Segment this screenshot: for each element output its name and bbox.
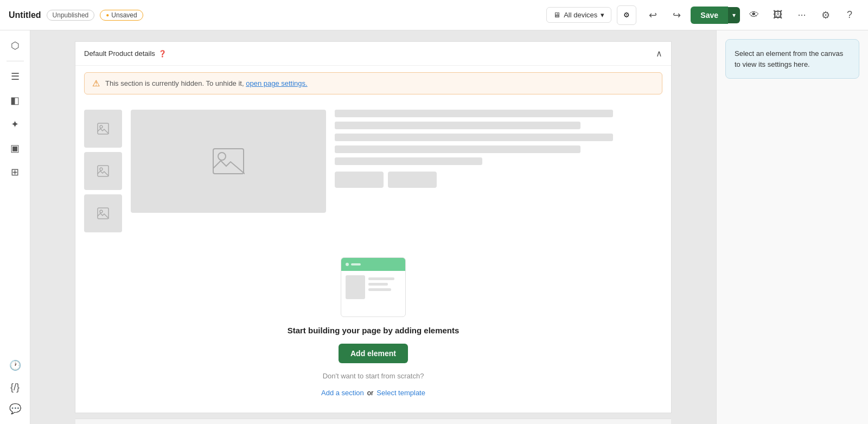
product-thumbnails xyxy=(84,110,122,232)
section-header: Default Product details ❓ ∧ xyxy=(75,42,671,66)
preview-button[interactable]: 👁 xyxy=(744,5,764,25)
thumbnail-2 xyxy=(84,152,122,190)
code-icon: {/} xyxy=(10,382,20,393)
detail-buttons xyxy=(335,172,662,188)
thumbnail-1 xyxy=(84,110,122,148)
image-button[interactable]: 🖼 xyxy=(768,5,788,25)
add-icon: ⊞ xyxy=(11,166,19,178)
card-line xyxy=(351,263,361,265)
svg-point-7 xyxy=(218,153,226,160)
sliders-icon: ⚙ xyxy=(623,11,630,19)
sidebar-item-chat[interactable]: 💬 xyxy=(4,398,26,420)
card-text-line-1 xyxy=(368,277,394,280)
sidebar-item-apps[interactable]: ▣ xyxy=(4,137,26,159)
chat-icon: 💬 xyxy=(9,403,21,415)
collapse-button[interactable]: ∧ xyxy=(656,48,662,59)
topbar-left: Untitled Unpublished Unsaved xyxy=(9,10,540,21)
help-icon: ? xyxy=(847,9,852,21)
redo-icon: ↪ xyxy=(673,9,681,21)
apps-icon: ▣ xyxy=(10,142,20,154)
sidebar-item-layers[interactable]: ◧ xyxy=(4,90,26,111)
canvas-area[interactable]: Default Product details ❓ ∧ ⚠ This secti… xyxy=(30,30,716,424)
save-group: Save ▾ xyxy=(691,7,740,24)
empty-state: Start building your page by adding eleme… xyxy=(75,241,671,419)
warning-icon: ⚠ xyxy=(92,78,100,88)
page-title: Untitled xyxy=(9,10,41,20)
detail-line-2 xyxy=(335,122,580,129)
settings-button[interactable]: ⚙ xyxy=(816,5,835,25)
history-icon: 🕐 xyxy=(9,359,21,371)
sidebar-bottom: 🕐 {/} 💬 xyxy=(4,355,26,420)
svg-point-1 xyxy=(100,125,103,128)
settings-tooltip: Select an element from the canvas to vie… xyxy=(725,39,859,79)
empty-state-illustration xyxy=(341,257,406,317)
svg-rect-6 xyxy=(213,149,244,174)
theme-icon: ✦ xyxy=(11,118,19,130)
eye-icon: 👁 xyxy=(749,9,759,21)
all-devices-button[interactable]: 🖥 All devices ▾ xyxy=(546,7,611,23)
filter-settings-button[interactable]: ⚙ xyxy=(617,5,636,25)
sidebar-item-history[interactable]: 🕐 xyxy=(4,355,26,376)
add-element-button[interactable]: Add element xyxy=(339,344,408,363)
open-page-settings-link[interactable]: open page settings. xyxy=(246,79,307,87)
card-text-line-3 xyxy=(368,288,391,291)
sidebar: ⬡ ☰ ◧ ✦ ▣ ⊞ 🕐 {/} 💬 xyxy=(0,30,30,424)
pages-icon: ☰ xyxy=(11,71,20,83)
select-template-link[interactable]: Select template xyxy=(376,389,425,397)
topbar-right: ↩ ↪ Save ▾ 👁 🖼 ··· ⚙ ? xyxy=(643,5,859,25)
card-body xyxy=(341,271,405,317)
chevron-down-icon: ▾ xyxy=(732,11,736,19)
card-header xyxy=(341,258,405,271)
card-dot-1 xyxy=(346,263,349,266)
save-dropdown-button[interactable]: ▾ xyxy=(728,7,740,23)
right-panel: Select an element from the canvas to vie… xyxy=(716,30,868,424)
chevron-up-icon: ∧ xyxy=(656,49,662,58)
thumbnail-3 xyxy=(84,194,122,232)
card-image-placeholder xyxy=(346,275,365,299)
sidebar-item-theme[interactable]: ✦ xyxy=(4,113,26,135)
detail-line-3 xyxy=(335,134,613,141)
sidebar-item-back[interactable]: ⬡ xyxy=(4,35,26,56)
more-icon: ··· xyxy=(797,9,806,21)
topbar: Untitled Unpublished Unsaved 🖥 All devic… xyxy=(0,0,868,30)
undo-icon: ↩ xyxy=(649,9,657,21)
product-details xyxy=(335,110,662,232)
save-button[interactable]: Save xyxy=(691,7,728,24)
help-circle-icon[interactable]: ❓ xyxy=(158,50,167,58)
bottom-bar-preview xyxy=(75,419,671,424)
sidebar-divider xyxy=(7,61,24,61)
sidebar-item-add[interactable]: ⊞ xyxy=(4,161,26,183)
empty-state-subtext: Don't want to start from scratch? xyxy=(323,372,424,380)
svg-point-3 xyxy=(100,168,103,170)
empty-state-links: Add a section or Select template xyxy=(321,389,425,397)
help-button[interactable]: ? xyxy=(840,5,859,25)
image-icon: 🖼 xyxy=(773,9,783,21)
btn-placeholder-1 xyxy=(335,172,384,188)
detail-line-1 xyxy=(335,110,613,117)
topbar-center: 🖥 All devices ▾ ⚙ xyxy=(546,5,636,25)
btn-placeholder-2 xyxy=(388,172,437,188)
svg-point-5 xyxy=(100,210,103,213)
main-layout: ⬡ ☰ ◧ ✦ ▣ ⊞ 🕐 {/} 💬 xyxy=(0,30,868,424)
add-section-link[interactable]: Add a section xyxy=(321,389,364,397)
detail-line-5 xyxy=(335,157,482,165)
detail-line-4 xyxy=(335,145,580,153)
undo-button[interactable]: ↩ xyxy=(643,5,662,25)
redo-button[interactable]: ↪ xyxy=(667,5,686,25)
empty-state-title: Start building your page by adding eleme… xyxy=(288,326,459,335)
sidebar-item-code[interactable]: {/} xyxy=(4,376,26,398)
exit-icon: ⬡ xyxy=(11,40,20,52)
more-button[interactable]: ··· xyxy=(792,5,812,25)
sidebar-item-pages[interactable]: ☰ xyxy=(4,66,26,87)
gear-icon: ⚙ xyxy=(821,9,830,21)
section-title: Default Product details ❓ xyxy=(84,49,167,58)
card-text-line-2 xyxy=(368,283,388,286)
monitor-icon: 🖥 xyxy=(553,11,560,19)
chevron-down-icon: ▾ xyxy=(601,11,604,19)
main-product-image xyxy=(131,110,326,213)
unpublished-badge: Unpublished xyxy=(47,10,95,21)
card-text-lines xyxy=(368,275,401,312)
page-wrapper: Default Product details ❓ ∧ ⚠ This secti… xyxy=(75,41,672,413)
unsaved-badge: Unsaved xyxy=(100,10,143,21)
product-preview xyxy=(75,101,671,241)
